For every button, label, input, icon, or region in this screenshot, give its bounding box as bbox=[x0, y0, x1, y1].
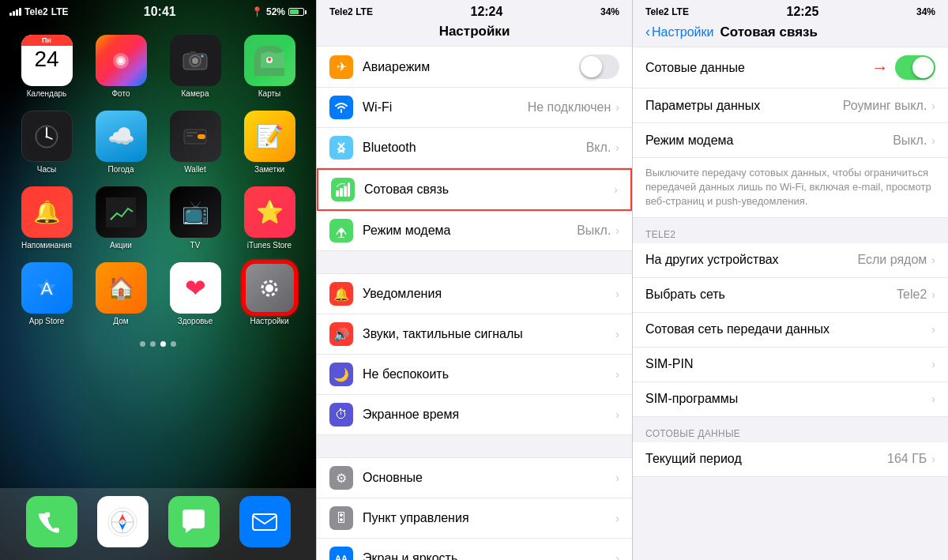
app-calendar[interactable]: Пн 24 Календарь bbox=[16, 35, 77, 98]
settings-cell-notifications[interactable]: 🔔 Уведомления › bbox=[317, 273, 632, 314]
cellular-network: LTE bbox=[672, 6, 689, 17]
cellular-icon bbox=[331, 178, 355, 201]
airplane-toggle[interactable] bbox=[579, 54, 619, 79]
clock-svg bbox=[32, 122, 62, 152]
dock-messages[interactable] bbox=[168, 496, 220, 547]
settings-cell-controlcenter[interactable]: 🎛 Пункт управления › bbox=[317, 498, 632, 539]
notes-icon-img: 📝 bbox=[244, 111, 295, 162]
battery-icon bbox=[288, 8, 307, 16]
sounds-chevron: › bbox=[615, 328, 619, 340]
screentime-icon: ⏱ bbox=[329, 403, 353, 427]
choose-network-chevron: › bbox=[931, 288, 935, 301]
cellular-time: 12:25 bbox=[786, 5, 818, 19]
settings-cell-screentime[interactable]: ⏱ Экранное время › bbox=[317, 395, 632, 435]
data-options-value: Роуминг выкл. bbox=[843, 99, 927, 113]
settings-panel: Tele2 LTE 12:24 34% Настройки ✈ Авиарежи… bbox=[316, 0, 632, 560]
dock-phone[interactable] bbox=[26, 496, 77, 547]
app-reminders[interactable]: 🔔 Напоминания bbox=[16, 186, 77, 250]
dock-mail[interactable] bbox=[239, 496, 291, 547]
itunes-icon-img: ⭐ bbox=[244, 186, 295, 238]
dot-3 bbox=[160, 341, 166, 347]
settings-cell-display[interactable]: AA Экран и яркость › bbox=[317, 539, 632, 560]
network-label: LTE bbox=[51, 6, 69, 17]
settings-scroll[interactable]: ✈ Авиарежим Wi-Fi Не подключен › bbox=[317, 46, 632, 560]
cellular-network-chevron: › bbox=[931, 323, 935, 336]
app-camera[interactable]: Камера bbox=[164, 35, 226, 98]
app-clock[interactable]: Часы bbox=[16, 111, 77, 174]
settings-cell-bluetooth[interactable]: Bluetooth Вкл. › bbox=[317, 128, 632, 168]
current-period-value: 164 ГБ bbox=[887, 452, 927, 466]
cellular-network-cell[interactable]: Сотовая сеть передачи данных › bbox=[633, 313, 948, 348]
reminders-label: Напоминания bbox=[21, 241, 72, 250]
cellular-panel: Tele2 LTE 12:25 34% ‹ Настройки Сотовая … bbox=[632, 0, 948, 560]
settings-svg bbox=[255, 274, 284, 303]
app-weather[interactable]: ☁️ Погода bbox=[90, 111, 152, 174]
cellular-data-toggle-knob bbox=[912, 57, 934, 78]
hotspot-icon bbox=[329, 219, 353, 242]
app-grid: Пн 24 Календарь Фото bbox=[0, 25, 316, 335]
hotspot-mode-cell[interactable]: Режим модема Выкл. › bbox=[633, 123, 948, 158]
clock-icon-img bbox=[21, 111, 73, 162]
app-stocks[interactable]: Акции bbox=[90, 186, 152, 250]
reminders-icon-img: 🔔 bbox=[21, 186, 73, 238]
sim-apps-cell[interactable]: SIM-программы › bbox=[633, 382, 948, 417]
appstore-svg: A bbox=[32, 274, 61, 303]
sim-pin-chevron: › bbox=[931, 358, 935, 370]
choose-network-label: Выбрать сеть bbox=[645, 288, 897, 302]
svg-rect-23 bbox=[106, 197, 136, 227]
settings-cell-cellular[interactable]: Сотовая связь › bbox=[317, 168, 632, 211]
other-devices-label: На других устройствах bbox=[645, 253, 858, 267]
cellular-data-toggle[interactable] bbox=[895, 55, 935, 80]
sim-pin-cell[interactable]: SIM-PIN › bbox=[633, 348, 948, 382]
hotspot-chevron: › bbox=[615, 224, 619, 237]
dnd-chevron: › bbox=[615, 368, 619, 381]
app-wallet[interactable]: Wallet bbox=[164, 111, 226, 174]
battery-body bbox=[288, 8, 304, 16]
bluetooth-chevron: › bbox=[615, 141, 619, 154]
appstore-icon-img: A bbox=[21, 262, 73, 314]
data-options-cell[interactable]: Параметры данных Роуминг выкл. › bbox=[633, 88, 948, 123]
other-devices-cell[interactable]: На других устройствах Если рядом › bbox=[633, 243, 948, 278]
settings-cell-hotspot[interactable]: Режим модема Выкл. › bbox=[317, 211, 632, 251]
general-icon: ⚙ bbox=[329, 466, 353, 490]
cellular-scroll[interactable]: Сотовые данные → Параметры данных Роумин… bbox=[633, 47, 948, 560]
battery-fill bbox=[290, 9, 299, 14]
itunes-label: iTunes Store bbox=[247, 241, 292, 250]
cellular-data-cell[interactable]: Сотовые данные → bbox=[633, 47, 948, 88]
wallet-svg bbox=[180, 122, 210, 152]
back-button[interactable]: ‹ Настройки bbox=[645, 24, 713, 40]
wifi-icon bbox=[329, 96, 353, 119]
home-screen: Tele2 LTE 10:41 📍 52% Пн 24 Кале bbox=[0, 0, 316, 560]
settings-cell-general[interactable]: ⚙ Основные › bbox=[317, 457, 632, 498]
app-notes[interactable]: 📝 Заметки bbox=[239, 111, 300, 174]
settings-cell-airplane[interactable]: ✈ Авиарежим bbox=[317, 46, 632, 88]
general-chevron: › bbox=[615, 472, 619, 484]
gap-2 bbox=[317, 435, 632, 457]
app-tv[interactable]: 📺 TV bbox=[164, 186, 226, 250]
app-health[interactable]: ❤ Здоровье bbox=[164, 262, 226, 325]
cellular-page-title: Сотовая связь bbox=[720, 24, 818, 40]
stocks-icon-img bbox=[96, 186, 147, 238]
sounds-label: Звуки, тактильные сигналы bbox=[363, 327, 615, 341]
airplane-icon: ✈ bbox=[329, 55, 353, 79]
settings-cell-dnd[interactable]: 🌙 Не беспокоить › bbox=[317, 355, 632, 395]
svg-text:📍: 📍 bbox=[265, 57, 273, 65]
dock-safari[interactable] bbox=[97, 496, 149, 547]
svg-rect-36 bbox=[340, 188, 343, 197]
choose-network-cell[interactable]: Выбрать сеть Tele2 › bbox=[633, 278, 948, 313]
settings-cell-wifi[interactable]: Wi-Fi Не подключен › bbox=[317, 88, 632, 128]
controlcenter-label: Пункт управления bbox=[363, 511, 615, 525]
app-photos[interactable]: Фото bbox=[90, 35, 152, 98]
svg-rect-7 bbox=[190, 51, 196, 54]
app-itunes[interactable]: ⭐ iTunes Store bbox=[239, 186, 300, 250]
tv-icon-img: 📺 bbox=[170, 186, 221, 238]
app-settings[interactable]: Настройки bbox=[239, 262, 300, 325]
dnd-label: Не беспокоить bbox=[363, 367, 615, 381]
app-appstore[interactable]: A App Store bbox=[16, 262, 77, 325]
hotspot-mode-label: Режим модема bbox=[645, 133, 893, 148]
current-period-cell[interactable]: Текущий период 164 ГБ › bbox=[633, 442, 948, 477]
app-home[interactable]: 🏠 Дом bbox=[90, 262, 152, 325]
time-label: 10:41 bbox=[144, 5, 176, 19]
app-maps[interactable]: 📍 Карты bbox=[239, 35, 300, 98]
settings-cell-sounds[interactable]: 🔊 Звуки, тактильные сигналы › bbox=[317, 314, 632, 355]
